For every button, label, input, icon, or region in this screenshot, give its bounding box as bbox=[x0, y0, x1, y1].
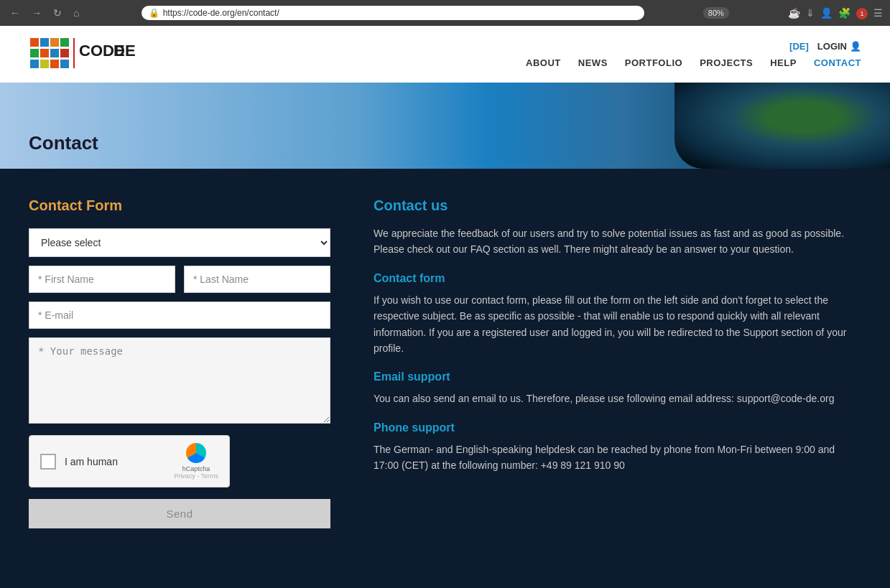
contact-us-section: Contact us We appreciate the feedback of… bbox=[374, 197, 861, 528]
hero-banner: Contact bbox=[0, 83, 890, 169]
nav-news[interactable]: NEWS bbox=[578, 57, 608, 68]
captcha-privacy-link[interactable]: Privacy bbox=[174, 472, 195, 480]
name-row bbox=[29, 266, 330, 293]
contact-form-sub-text: If you wish to use our contact form, ple… bbox=[374, 292, 861, 357]
header-top-links: [DE] LOGIN 👤 bbox=[789, 41, 861, 52]
home-button[interactable]: ⌂ bbox=[70, 6, 82, 20]
logo-svg: CODE DE bbox=[29, 34, 158, 74]
security-icon: 🔒 bbox=[149, 8, 159, 18]
svg-rect-0 bbox=[30, 38, 39, 47]
captcha-logo: hCaptcha Privacy - Terms bbox=[174, 443, 218, 480]
svg-rect-1 bbox=[40, 38, 49, 47]
message-textarea[interactable] bbox=[29, 337, 330, 424]
svg-rect-6 bbox=[50, 49, 59, 57]
site-header: CODE DE [DE] LOGIN 👤 ABOUT NEWS PORTFOLI… bbox=[0, 26, 890, 83]
svg-rect-10 bbox=[50, 60, 59, 68]
last-name-input[interactable] bbox=[184, 266, 330, 293]
svg-text:DE: DE bbox=[113, 42, 136, 60]
svg-rect-8 bbox=[30, 60, 39, 68]
browser-toolbar: ← → ↻ ⌂ 🔒 https://code-de.org/en/contact… bbox=[0, 0, 890, 26]
pocket-icon[interactable]: ☕ bbox=[788, 7, 800, 19]
user-icon: 👤 bbox=[850, 41, 861, 52]
svg-rect-2 bbox=[50, 38, 59, 47]
menu-icon[interactable]: ☰ bbox=[873, 7, 883, 19]
login-link[interactable]: LOGIN 👤 bbox=[817, 41, 861, 52]
contact-form-sub-title: Contact form bbox=[374, 272, 861, 285]
nav-about[interactable]: ABOUT bbox=[526, 57, 561, 68]
captcha-brand: hCaptcha bbox=[182, 465, 210, 472]
account-icon[interactable]: 👤 bbox=[820, 7, 833, 19]
email-input[interactable] bbox=[29, 302, 330, 329]
captcha-links: Privacy - Terms bbox=[174, 472, 218, 480]
svg-rect-12 bbox=[73, 38, 75, 68]
phone-support-title: Phone support bbox=[374, 421, 861, 434]
svg-rect-4 bbox=[30, 49, 39, 57]
captcha-terms-link[interactable]: Terms bbox=[201, 472, 219, 480]
main-nav: ABOUT NEWS PORTFOLIO PROJECTS HELP CONTA… bbox=[526, 57, 861, 68]
svg-rect-3 bbox=[60, 38, 69, 47]
forward-button[interactable]: → bbox=[29, 6, 45, 20]
language-switch[interactable]: [DE] bbox=[789, 41, 809, 52]
nav-help[interactable]: HELP bbox=[770, 57, 797, 68]
svg-rect-7 bbox=[60, 49, 69, 57]
header-right: [DE] LOGIN 👤 ABOUT NEWS PORTFOLIO PROJEC… bbox=[526, 41, 861, 68]
send-button[interactable]: Send bbox=[29, 499, 330, 528]
contact-us-intro: We appreciate the feedback of our users … bbox=[374, 225, 861, 258]
url-text: https://code-de.org/en/contact/ bbox=[163, 8, 279, 18]
nav-contact[interactable]: CONTACT bbox=[814, 57, 861, 68]
contact-us-title: Contact us bbox=[374, 197, 861, 214]
main-content: Contact Form Please select I am human hC… bbox=[0, 169, 890, 557]
phone-support-text: The German- and English-speaking helpdes… bbox=[374, 442, 861, 474]
address-bar[interactable]: 🔒 https://code-de.org/en/contact/ bbox=[142, 6, 644, 20]
svg-rect-9 bbox=[40, 60, 49, 68]
page-title: Contact bbox=[29, 132, 98, 154]
refresh-button[interactable]: ↻ bbox=[50, 6, 65, 20]
email-support-text: You can also send an email to us. Theref… bbox=[374, 391, 861, 406]
captcha-checkbox[interactable] bbox=[40, 454, 56, 470]
contact-form-title: Contact Form bbox=[29, 197, 330, 214]
back-button[interactable]: ← bbox=[7, 6, 23, 20]
extensions-icon[interactable]: 🧩 bbox=[838, 7, 850, 19]
svg-rect-11 bbox=[60, 60, 69, 68]
hcaptcha-icon bbox=[186, 443, 206, 463]
subject-select[interactable]: Please select bbox=[29, 228, 330, 257]
contact-form-section: Contact Form Please select I am human hC… bbox=[29, 197, 330, 528]
svg-rect-5 bbox=[40, 49, 49, 57]
zoom-level: 80% bbox=[703, 7, 729, 19]
captcha-label: I am human bbox=[65, 456, 165, 467]
email-support-title: Email support bbox=[374, 370, 861, 383]
first-name-input[interactable] bbox=[29, 266, 175, 293]
login-label: LOGIN bbox=[817, 41, 847, 52]
toolbar-right: ☕ ⇓ 👤 🧩 1 ☰ bbox=[788, 6, 883, 19]
download-icon[interactable]: ⇓ bbox=[806, 7, 815, 19]
hero-earth-image bbox=[675, 83, 890, 169]
captcha-widget: I am human hCaptcha Privacy - Terms bbox=[29, 435, 230, 487]
logo[interactable]: CODE DE bbox=[29, 34, 158, 74]
nav-portfolio[interactable]: PORTFOLIO bbox=[625, 57, 682, 68]
nav-projects[interactable]: PROJECTS bbox=[700, 57, 753, 68]
notification-badge: 1 bbox=[856, 6, 868, 19]
